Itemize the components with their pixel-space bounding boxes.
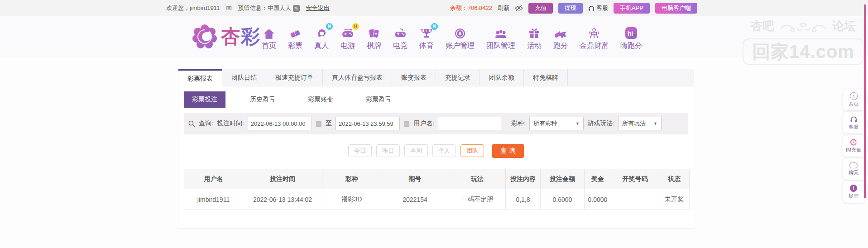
sidebar-label: 疑问 bbox=[849, 193, 858, 200]
refresh-button[interactable]: 刷新 bbox=[498, 4, 509, 12]
pc-client-button[interactable]: 电脑客户端 bbox=[655, 3, 697, 14]
username-label: 用户名: bbox=[413, 119, 434, 128]
balance-value: 706.8422 bbox=[468, 5, 492, 11]
cell-bet-content: 0,1,8 bbox=[506, 189, 541, 210]
team-button[interactable]: 团队 bbox=[460, 144, 484, 157]
tab-tetu-boardgames[interactable]: 特兔棋牌 bbox=[524, 69, 568, 86]
subtab-history-pl[interactable]: 历史盈亏 bbox=[242, 91, 283, 108]
calendar-icon[interactable]: ▦ bbox=[403, 119, 410, 128]
chevron-down-icon: ▼ bbox=[575, 121, 580, 126]
tab-team-balance[interactable]: 团队余额 bbox=[480, 69, 524, 86]
time-from-input[interactable] bbox=[248, 117, 312, 130]
play-type-value: 所有玩法 bbox=[622, 119, 646, 128]
service-label: 客服 bbox=[596, 4, 608, 12]
gift-icon bbox=[528, 26, 541, 39]
search-icon bbox=[188, 120, 195, 127]
nav-label: 金鼎财富 bbox=[580, 41, 609, 51]
calendar-icon[interactable]: ▦ bbox=[316, 119, 322, 128]
col-bet-time: 投注时间 bbox=[243, 169, 322, 189]
sidebar-item-question[interactable]: ! 疑问 bbox=[843, 181, 864, 203]
col-bet-amount: 投注金额 bbox=[541, 169, 585, 189]
edit-icon[interactable]: ✎ bbox=[293, 5, 300, 12]
withdraw-button[interactable]: 提现 bbox=[558, 3, 583, 14]
svg-text:hi: hi bbox=[628, 30, 633, 37]
nav-item-hipaofen[interactable]: hi 嗨跑分 bbox=[620, 26, 642, 51]
nav-item-promo[interactable]: 活动 bbox=[527, 26, 542, 51]
chevron-down-icon: ▼ bbox=[653, 121, 657, 126]
nav-label: 体育 bbox=[419, 41, 434, 51]
query-label: 查询: bbox=[199, 119, 213, 128]
subtab-lottery-bets[interactable]: 彩票投注 bbox=[184, 91, 225, 108]
sidebar-label: 聊天 bbox=[849, 169, 858, 176]
subtab-lottery-pl[interactable]: 彩票盈亏 bbox=[358, 91, 399, 108]
exclamation-icon: ! bbox=[850, 185, 857, 192]
nav-item-live[interactable]: N 真人 bbox=[314, 26, 329, 51]
mail-icon[interactable]: ✉ bbox=[226, 4, 232, 12]
nav-label: 电游 bbox=[340, 41, 355, 51]
nav-item-cards[interactable]: 棋牌 bbox=[367, 26, 381, 51]
recharge-button[interactable]: 充值 bbox=[528, 3, 553, 14]
live-dealer-icon: N bbox=[315, 26, 328, 39]
col-play: 玩法 bbox=[449, 169, 506, 189]
lottery-type-label: 彩种: bbox=[511, 119, 526, 128]
nav-item-jinding[interactable]: 金鼎财富 bbox=[580, 26, 609, 51]
logout-link[interactable]: 安全退出 bbox=[306, 4, 330, 12]
sidebar-label: IM充值 bbox=[846, 147, 861, 153]
nav-item-home[interactable]: 首页 bbox=[262, 26, 276, 51]
nav-item-esports[interactable]: 电竞 bbox=[393, 26, 408, 51]
welcome-text: 欢迎您，jimbird1911 bbox=[166, 4, 220, 12]
nav-label: 账户管理 bbox=[446, 41, 475, 51]
play-type-select[interactable]: 所有玩法▼ bbox=[618, 117, 662, 130]
table-header-row: 用户名 投注时间 彩种 期号 玩法 投注内容 投注金额 奖金 开奖号码 状态 bbox=[184, 169, 690, 189]
bet-time-label: 投注时间: bbox=[217, 119, 244, 128]
headset-icon bbox=[588, 5, 595, 11]
sidebar-item-service[interactable]: 客服 bbox=[843, 112, 864, 134]
tab-team-daily[interactable]: 团队日结 bbox=[222, 69, 266, 86]
today-button[interactable]: 今日 bbox=[348, 144, 372, 157]
col-draw-number: 开奖号码 bbox=[611, 169, 659, 189]
lottery-type-select[interactable]: 所有彩种▼ bbox=[529, 117, 584, 130]
svg-text:¥: ¥ bbox=[459, 31, 462, 36]
time-to-input[interactable] bbox=[336, 117, 400, 130]
lottery-type-value: 所有彩种 bbox=[533, 119, 557, 128]
nav-label: 活动 bbox=[527, 41, 542, 51]
tab-live-sports-pl[interactable]: 真人体育盈亏报表 bbox=[323, 69, 392, 86]
service-link[interactable]: 客服 bbox=[588, 4, 608, 12]
top-bar: 欢迎您，jimbird1911 ✉ 预留信息：中国大大✎ 安全退出 余额：706… bbox=[0, 0, 868, 16]
personal-button[interactable]: 个人 bbox=[432, 144, 456, 157]
tab-lottery-report[interactable]: 彩票报表 bbox=[178, 69, 222, 86]
tab-fast-orders[interactable]: 极速充提订单 bbox=[266, 69, 323, 86]
tab-deposit-records[interactable]: 充提记录 bbox=[436, 69, 480, 86]
nav-item-team[interactable]: 团队管理 bbox=[486, 26, 515, 51]
hi-app-icon: hi bbox=[624, 26, 638, 39]
nav-item-lottery[interactable]: 彩票 bbox=[288, 26, 302, 51]
week-button[interactable]: 本周 bbox=[404, 144, 428, 157]
yesterday-button[interactable]: 昨日 bbox=[376, 144, 400, 157]
cell-bet-amount: 0.6000 bbox=[541, 189, 585, 210]
nav-item-egame[interactable]: H 电游 bbox=[340, 26, 355, 51]
throne-icon bbox=[587, 26, 601, 39]
mobile-app-button[interactable]: 手机APP bbox=[614, 3, 650, 14]
col-bet-content: 投注内容 bbox=[506, 169, 541, 189]
nav-label: 彩票 bbox=[288, 41, 302, 51]
username-input[interactable] bbox=[438, 117, 501, 130]
sidebar-item-im-recharge[interactable]: IM充值 bbox=[843, 135, 864, 157]
nav-item-sports[interactable]: 1 N 体育 bbox=[419, 26, 434, 51]
nav-label: 真人 bbox=[314, 41, 329, 51]
sidebar-item-home[interactable]: ↑ 首页 bbox=[843, 89, 864, 110]
cards-icon bbox=[367, 26, 381, 39]
team-icon bbox=[494, 26, 508, 39]
gamepad-icon: H bbox=[341, 26, 355, 39]
subtab-bar: 彩票投注 历史盈亏 彩票账变 彩票盈亏 bbox=[178, 86, 694, 113]
nav-item-account[interactable]: ¥ 账户管理 bbox=[446, 26, 475, 51]
subtab-lottery-change[interactable]: 彩票账变 bbox=[300, 91, 341, 108]
eye-off-icon[interactable] bbox=[515, 5, 523, 11]
nav-item-paofen[interactable]: 跑分 bbox=[553, 26, 568, 51]
search-button[interactable]: 查 询 bbox=[492, 144, 524, 158]
side-strip[interactable] bbox=[864, 5, 866, 198]
tab-account-change[interactable]: 账变报表 bbox=[392, 69, 436, 86]
col-issue: 期号 bbox=[381, 169, 449, 189]
sidebar-item-chat[interactable]: ··· 聊天 bbox=[843, 158, 864, 180]
site-logo[interactable]: 杏彩 bbox=[192, 24, 261, 49]
nav-label: 团队管理 bbox=[486, 41, 515, 51]
